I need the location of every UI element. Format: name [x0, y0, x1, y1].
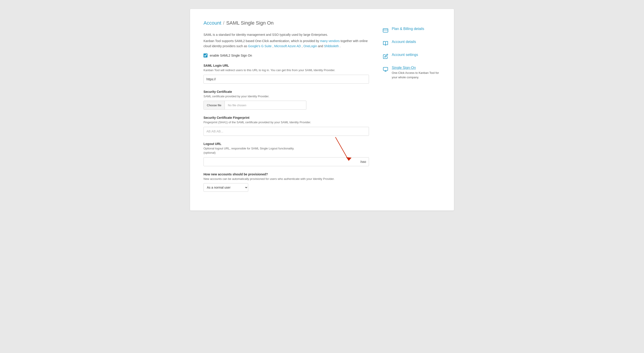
logout-url-label: Logout URL — [204, 142, 369, 146]
no-file-text: No file chosen — [225, 102, 249, 109]
sidebar-item-account-details-title[interactable]: Account details — [392, 40, 416, 44]
intro-block: SAML is a standard for identity manageme… — [204, 32, 369, 49]
saml-enable-row: enable SAML2 Single Sign On — [204, 54, 369, 58]
pencil-icon — [382, 53, 389, 60]
provisioning-label: How new accounts should be provisioned? — [204, 172, 369, 176]
sidebar-item-plan-billing-title[interactable]: Plan & Billing details — [392, 27, 424, 31]
fingerprint-input[interactable] — [204, 127, 369, 136]
page-container: Account / SAML Single Sign On SAML is a … — [190, 9, 454, 210]
saml-enable-checkbox[interactable] — [204, 54, 208, 58]
sidebar-item-single-sign-on-title[interactable]: Single Sign-On — [392, 66, 440, 70]
credit-card-icon — [382, 27, 389, 34]
link-many-vendors[interactable]: many vendors — [320, 39, 340, 43]
breadcrumb: Account / SAML Single Sign On — [204, 20, 369, 26]
fingerprint-section: Security Certificate Fingerprint Fingerp… — [204, 116, 369, 136]
sidebar: Plan & Billing details Account details — [382, 20, 440, 197]
link-azure-ad[interactable]: Microsoft Azure AD — [274, 44, 301, 48]
intro-and: and — [318, 44, 324, 48]
saml-login-url-input[interactable]: https:// — [204, 75, 369, 84]
intro-end: . — [340, 44, 340, 48]
sidebar-item-single-sign-on-desc: One-Click Access to Kanban Tool for your… — [392, 71, 439, 79]
intro-line2: Kanban Tool supports SAML2 based One-Cli… — [204, 39, 369, 49]
choose-file-button[interactable]: Choose file — [204, 101, 225, 109]
sidebar-item-account-settings-content: Account settings — [392, 53, 418, 58]
provisioning-section: How new accounts should be provisioned? … — [204, 172, 369, 192]
saml-login-url-label: SAML Login URL — [204, 64, 369, 67]
link-onelogin[interactable]: OneLogin — [304, 44, 317, 48]
sidebar-item-account-settings[interactable]: Account settings — [382, 53, 440, 60]
breadcrumb-separator: / — [223, 20, 224, 26]
security-certificate-section: Security Certificate SAML certificate pr… — [204, 90, 369, 110]
sidebar-item-plan-billing[interactable]: Plan & Billing details — [382, 27, 440, 34]
provisioning-select[interactable]: As a normal user As an admin Do not prov… — [204, 183, 248, 192]
main-content: Account / SAML Single Sign On SAML is a … — [204, 20, 369, 197]
sidebar-item-single-sign-on-content: Single Sign-On One-Click Access to Kanba… — [392, 66, 440, 79]
sidebar-item-account-settings-title[interactable]: Account settings — [392, 53, 418, 57]
breadcrumb-current-page: SAML Single Sign On — [226, 20, 274, 26]
svg-rect-4 — [383, 67, 388, 71]
fingerprint-label: Security Certificate Fingerprint — [204, 116, 369, 119]
book-icon — [382, 40, 389, 47]
logout-url-input[interactable]: /sso — [204, 157, 369, 166]
svg-rect-2 — [383, 29, 388, 32]
sidebar-item-single-sign-on[interactable]: Single Sign-On One-Click Access to Kanba… — [382, 66, 440, 79]
sidebar-item-account-details[interactable]: Account details — [382, 40, 440, 47]
intro-line2-prefix: Kanban Tool supports SAML2 based One-Cli… — [204, 39, 320, 43]
logout-input-wrapper: /sso — [204, 157, 369, 166]
intro-line1: SAML is a standard for identity manageme… — [204, 32, 369, 37]
logout-url-section: Logout URL Optional logout URL, responsi… — [204, 142, 369, 166]
provisioning-desc: New accounts can be automatically provis… — [204, 177, 369, 181]
intro-comma2: , — [302, 44, 304, 48]
link-google-gsuite[interactable]: Google's G Suite — [248, 44, 272, 48]
monitor-icon — [382, 66, 389, 73]
fingerprint-desc: Fingerprint (SHA1) of the SAML certifica… — [204, 120, 369, 125]
breadcrumb-account-link[interactable]: Account — [204, 20, 222, 26]
sidebar-item-plan-billing-content: Plan & Billing details — [392, 27, 424, 32]
saml-enable-label[interactable]: enable SAML2 Single Sign On — [210, 54, 252, 57]
sidebar-item-account-details-content: Account details — [392, 40, 416, 45]
logout-url-desc: Optional logout URL, responsible for SAM… — [204, 146, 369, 155]
security-certificate-label: Security Certificate — [204, 90, 369, 94]
saml-login-url-desc: Kanban Tool will redirect users to this … — [204, 68, 369, 73]
security-certificate-desc: SAML certificate provided by your Identi… — [204, 94, 369, 99]
file-input-row: Choose file No file chosen — [204, 101, 306, 110]
logout-url-desc-text: Optional logout URL, responsible for SAM… — [204, 147, 294, 150]
saml-login-url-section: SAML Login URL Kanban Tool will redirect… — [204, 64, 369, 84]
link-shibboleth[interactable]: Shibboleth — [324, 44, 339, 48]
logout-url-optional: (optional) — [204, 151, 216, 154]
